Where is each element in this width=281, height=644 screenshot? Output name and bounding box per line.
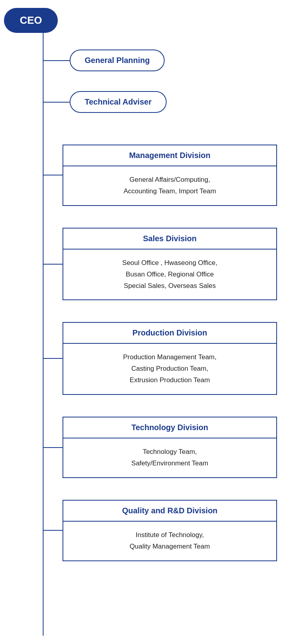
quality-division-box: Quality and R&D Division Institute of Te… <box>63 500 277 561</box>
h-connector-sales <box>43 264 63 265</box>
trunk-line <box>43 30 44 636</box>
h-connector-qrd <box>43 530 63 531</box>
sales-division-content: Seoul Office , Hwaseong Office,Busan Off… <box>63 250 276 300</box>
h-connector-mgmt <box>43 175 63 175</box>
production-division-row: Production Division Production Managemen… <box>43 322 281 395</box>
ceo-node: CEO <box>4 8 58 33</box>
h-connector-tech <box>43 447 63 448</box>
technology-division-row: Technology Division Technology Team,Safe… <box>43 417 281 478</box>
technology-division-title-text: Technology Division <box>131 423 208 432</box>
quality-division-title: Quality and R&D Division <box>63 501 276 522</box>
technology-division-content: Technology Team,Safety/Environment Team <box>63 438 276 477</box>
quality-division-content: Institute of Technology,Quality Manageme… <box>63 522 276 560</box>
technical-adviser-label: Technical Adviser <box>85 97 152 106</box>
management-division-title-text: Management Division <box>129 151 211 160</box>
org-chart: CEO General Planning Technical Adviser M… <box>0 0 281 585</box>
sales-division-box: Sales Division Seoul Office , Hwaseong O… <box>63 228 277 301</box>
quality-division-title-text: Quality and R&D Division <box>122 506 217 515</box>
h-connector-prod <box>43 358 63 359</box>
sales-division-title-text: Sales Division <box>143 234 197 243</box>
production-division-content: Production Management Team,Casting Produ… <box>63 344 276 394</box>
management-division-box: Management Division General Affairs/Comp… <box>63 145 277 206</box>
technology-division-title: Technology Division <box>63 417 276 438</box>
management-division-row: Management Division General Affairs/Comp… <box>43 145 281 206</box>
general-planning-label: General Planning <box>85 56 150 65</box>
management-division-title: Management Division <box>63 145 276 166</box>
h-connector-ta <box>43 102 70 103</box>
production-division-title: Production Division <box>63 323 276 344</box>
general-planning-row: General Planning <box>43 50 281 71</box>
sales-division-row: Sales Division Seoul Office , Hwaseong O… <box>43 228 281 301</box>
management-division-content: General Affairs/Computing,Accounting Tea… <box>63 166 276 205</box>
h-connector-gp <box>43 60 70 61</box>
production-division-box: Production Division Production Managemen… <box>63 322 277 395</box>
technology-division-box: Technology Division Technology Team,Safe… <box>63 417 277 478</box>
technical-adviser-row: Technical Adviser <box>43 91 281 113</box>
general-planning-node: General Planning <box>70 50 165 71</box>
sales-division-title: Sales Division <box>63 229 276 250</box>
technical-adviser-node: Technical Adviser <box>70 91 167 113</box>
production-division-title-text: Production Division <box>133 328 207 337</box>
quality-division-row: Quality and R&D Division Institute of Te… <box>43 500 281 561</box>
ceo-label: CEO <box>20 14 42 26</box>
